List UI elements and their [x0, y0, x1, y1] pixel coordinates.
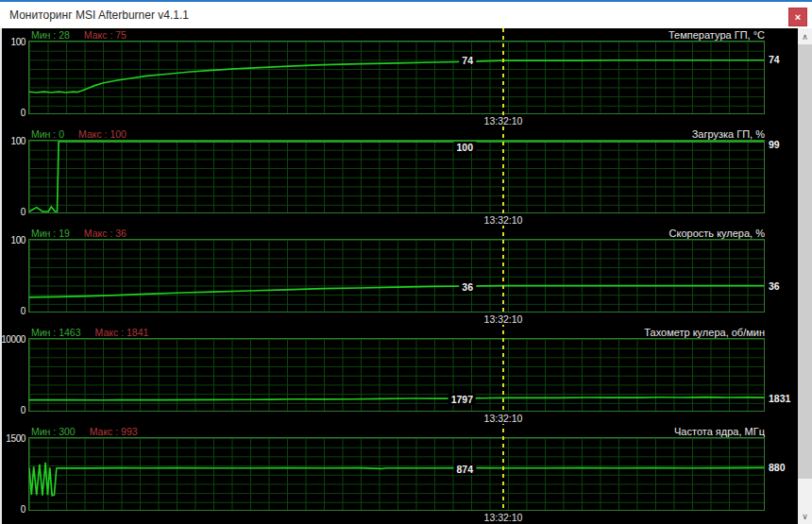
cursor-value-label: 74: [459, 55, 476, 66]
graph-row: 10000017971831: [0, 338, 798, 412]
monitor-content: Мин : 28Макс : 75Температура ГП, °C10007…: [0, 28, 798, 524]
panel-header: Мин : 28Макс : 75Температура ГП, °C: [0, 28, 798, 41]
y-axis-max-label: 100: [11, 136, 26, 146]
cursor-value-label: 100: [453, 142, 476, 153]
max-label: Макс : 100: [78, 128, 127, 140]
y-axis-max-label: 1500: [6, 433, 25, 444]
timestamp-label: 13:32:10: [482, 115, 525, 127]
minmax-labels: Мин : 300Макс : 993: [31, 426, 138, 437]
y-axis-max-label: 100: [11, 37, 26, 47]
plot-line: [29, 463, 764, 496]
panel-title: Температура ГП, °C: [668, 29, 765, 41]
panel-header: Мин : 19Макс : 36Скорость кулера, %: [0, 227, 798, 239]
max-label: Макс : 36: [84, 228, 127, 239]
plot-line: [29, 142, 764, 211]
graph-row: 15000874880: [0, 437, 798, 511]
scroll-down-button[interactable]: ∨: [798, 508, 812, 524]
max-label: Макс : 75: [84, 29, 127, 41]
plot-area[interactable]: 874: [28, 437, 765, 511]
end-value-label: 99: [769, 139, 780, 150]
y-axis-max-label: 10000: [1, 334, 25, 345]
scroll-thumb[interactable]: [798, 44, 812, 479]
vertical-scrollbar[interactable]: ∧ ∨: [798, 28, 812, 524]
end-value-label: 74: [769, 54, 780, 65]
plot-line: [29, 286, 764, 297]
panel-footer: 13:32:10: [0, 114, 798, 127]
timestamp-label: 13:32:10: [482, 413, 525, 424]
min-label: Мин : 19: [31, 228, 70, 239]
window-title: Мониторинг MSI Afterburner v4.1.1: [9, 8, 189, 22]
panel-title: Тахометр кулера, об/мин: [644, 327, 765, 338]
plot-area[interactable]: 1797: [28, 338, 765, 412]
plot-line: [29, 60, 764, 93]
panel-header: Мин : 1463Макс : 1841Тахометр кулера, об…: [0, 326, 798, 338]
min-label: Мин : 300: [31, 426, 76, 437]
monitor-panel: Мин : 1463Макс : 1841Тахометр кулера, об…: [0, 326, 798, 425]
monitor-panel: Мин : 0Макс : 100Загрузка ГП, %100010099…: [0, 127, 798, 227]
panel-footer: 13:32:10: [0, 313, 798, 326]
minmax-labels: Мин : 1463Макс : 1841: [31, 327, 148, 338]
panel-title: Скорость кулера, %: [669, 228, 765, 239]
plot-area[interactable]: 100: [28, 140, 765, 213]
plot-area[interactable]: 36: [28, 239, 765, 313]
end-value-label: 1831: [769, 393, 790, 404]
panel-title: Частота ядра, МГц: [674, 426, 765, 437]
minmax-labels: Мин : 19Макс : 36: [31, 228, 127, 239]
y-axis-max-label: 100: [11, 235, 26, 245]
panel-footer: 13:32:10: [0, 511, 798, 524]
max-label: Макс : 993: [90, 426, 138, 437]
monitor-panel: Мин : 300Макс : 993Частота ядра, МГц1500…: [0, 425, 798, 524]
graph-row: 100010099: [0, 140, 798, 213]
scroll-up-button[interactable]: ∧: [798, 28, 812, 44]
panel-header: Мин : 0Макс : 100Загрузка ГП, %: [0, 127, 798, 140]
panel-title: Загрузка ГП, %: [692, 128, 765, 140]
monitor-window: Мониторинг MSI Afterburner v4.1.1 × Мин …: [0, 0, 812, 524]
close-icon: ×: [795, 11, 801, 23]
chevron-up-icon: ∧: [802, 32, 808, 42]
timestamp-label: 13:32:10: [482, 313, 525, 325]
minmax-labels: Мин : 28Макс : 75: [31, 29, 127, 41]
min-label: Мин : 0: [31, 128, 64, 140]
cursor-value-label: 874: [453, 464, 476, 475]
min-label: Мин : 28: [31, 29, 70, 41]
panel-footer: 13:32:10: [0, 213, 798, 227]
timestamp-label: 13:32:10: [482, 512, 525, 523]
panel-header: Мин : 300Макс : 993Частота ядра, МГц: [0, 425, 798, 437]
end-value-label: 880: [769, 462, 786, 473]
minmax-labels: Мин : 0Макс : 100: [31, 128, 127, 140]
panel-footer: 13:32:10: [0, 412, 798, 425]
monitor-panel: Мин : 19Макс : 36Скорость кулера, %10003…: [0, 227, 798, 326]
chevron-down-icon: ∨: [802, 512, 808, 521]
close-button[interactable]: ×: [788, 8, 807, 26]
window-left-border: [0, 28, 2, 524]
graph-row: 10003636: [0, 239, 798, 313]
plot-area[interactable]: 74: [28, 41, 765, 114]
max-label: Макс : 1841: [95, 327, 149, 338]
monitor-panel: Мин : 28Макс : 75Температура ГП, °C10007…: [0, 28, 798, 127]
graph-row: 10007474: [0, 41, 798, 114]
end-value-label: 36: [769, 280, 780, 292]
cursor-line: [502, 28, 504, 524]
titlebar: Мониторинг MSI Afterburner v4.1.1 ×: [0, 0, 812, 28]
cursor-value-label: 1797: [448, 394, 476, 405]
min-label: Мин : 1463: [31, 327, 81, 338]
cursor-value-label: 36: [459, 281, 476, 293]
timestamp-label: 13:32:10: [482, 214, 525, 226]
plot-line: [29, 397, 764, 400]
panels-container: Мин : 28Макс : 75Температура ГП, °C10007…: [0, 28, 798, 524]
